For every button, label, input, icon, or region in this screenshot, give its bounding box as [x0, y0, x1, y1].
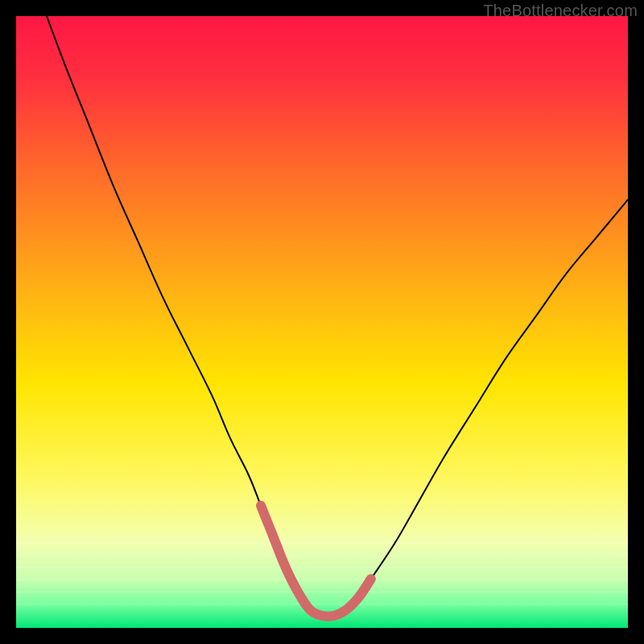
chart-stage: TheBottlenecker.com: [0, 0, 644, 644]
chart-svg: [16, 16, 628, 628]
watermark-text: TheBottlenecker.com: [483, 2, 638, 20]
band-line: [16, 604, 628, 605]
plot-area: [16, 16, 628, 628]
band-line: [16, 579, 628, 580]
gradient-background: [16, 16, 628, 628]
band-line: [16, 567, 628, 568]
band-line: [16, 591, 628, 592]
band-line: [16, 543, 628, 544]
band-line: [16, 555, 628, 556]
